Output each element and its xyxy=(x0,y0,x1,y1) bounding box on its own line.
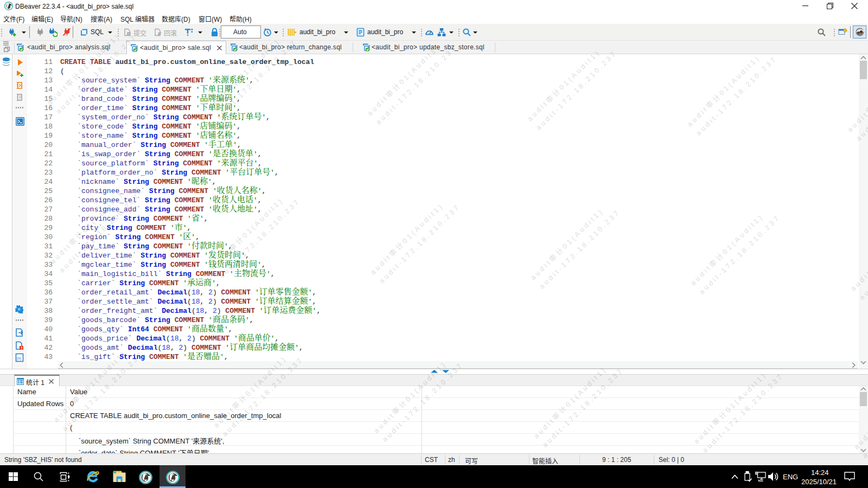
svg-text:(x): (x) xyxy=(17,356,21,361)
